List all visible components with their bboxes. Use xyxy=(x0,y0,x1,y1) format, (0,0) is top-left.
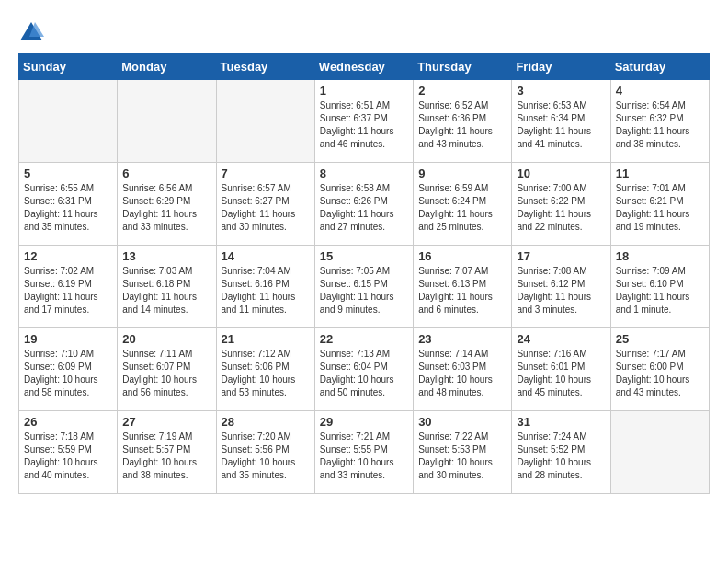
day-info: Sunrise: 6:58 AM Sunset: 6:26 PM Dayligh… xyxy=(320,182,408,234)
day-info: Sunrise: 7:18 AM Sunset: 5:59 PM Dayligh… xyxy=(24,431,112,482)
day-info: Sunrise: 7:16 AM Sunset: 6:01 PM Dayligh… xyxy=(517,348,605,399)
day-cell: 10Sunrise: 7:00 AM Sunset: 6:22 PM Dayli… xyxy=(512,163,610,246)
day-info: Sunrise: 7:08 AM Sunset: 6:12 PM Dayligh… xyxy=(517,265,605,316)
day-cell: 6Sunrise: 6:56 AM Sunset: 6:29 PM Daylig… xyxy=(118,163,216,246)
day-info: Sunrise: 7:10 AM Sunset: 6:09 PM Dayligh… xyxy=(24,348,112,399)
day-number: 4 xyxy=(616,84,704,98)
day-number: 16 xyxy=(418,249,506,263)
week-row-3: 12Sunrise: 7:02 AM Sunset: 6:19 PM Dayli… xyxy=(19,246,710,328)
day-cell: 3Sunrise: 6:53 AM Sunset: 6:34 PM Daylig… xyxy=(512,80,610,163)
weekday-header-tuesday: Tuesday xyxy=(216,54,314,80)
day-number: 10 xyxy=(517,167,605,180)
day-number: 6 xyxy=(122,167,210,180)
day-info: Sunrise: 7:00 AM Sunset: 6:22 PM Dayligh… xyxy=(517,182,605,234)
weekday-header-row: SundayMondayTuesdayWednesdayThursdayFrid… xyxy=(19,54,710,80)
day-cell: 14Sunrise: 7:04 AM Sunset: 6:16 PM Dayli… xyxy=(216,246,314,328)
day-cell: 30Sunrise: 7:22 AM Sunset: 5:53 PM Dayli… xyxy=(414,411,512,494)
day-number: 12 xyxy=(24,249,112,263)
day-cell: 28Sunrise: 7:20 AM Sunset: 5:56 PM Dayli… xyxy=(216,411,314,494)
day-number: 31 xyxy=(517,415,605,429)
day-info: Sunrise: 6:56 AM Sunset: 6:29 PM Dayligh… xyxy=(122,182,210,234)
calendar: SundayMondayTuesdayWednesdayThursdayFrid… xyxy=(18,53,710,494)
day-number: 3 xyxy=(517,84,605,98)
day-cell: 8Sunrise: 6:58 AM Sunset: 6:26 PM Daylig… xyxy=(314,163,413,246)
day-info: Sunrise: 6:55 AM Sunset: 6:31 PM Dayligh… xyxy=(24,182,112,234)
day-cell: 2Sunrise: 6:52 AM Sunset: 6:36 PM Daylig… xyxy=(414,80,512,163)
day-cell: 4Sunrise: 6:54 AM Sunset: 6:32 PM Daylig… xyxy=(610,80,709,163)
day-number: 26 xyxy=(24,415,112,429)
day-number: 20 xyxy=(122,332,210,346)
day-cell: 25Sunrise: 7:17 AM Sunset: 6:00 PM Dayli… xyxy=(610,328,709,411)
day-info: Sunrise: 6:54 AM Sunset: 6:32 PM Dayligh… xyxy=(616,99,704,151)
day-cell: 16Sunrise: 7:07 AM Sunset: 6:13 PM Dayli… xyxy=(414,246,512,328)
weekday-header-sunday: Sunday xyxy=(19,54,118,80)
day-cell: 22Sunrise: 7:13 AM Sunset: 6:04 PM Dayli… xyxy=(314,328,413,411)
week-row-4: 19Sunrise: 7:10 AM Sunset: 6:09 PM Dayli… xyxy=(19,328,710,411)
day-number: 24 xyxy=(517,332,605,346)
day-cell: 15Sunrise: 7:05 AM Sunset: 6:15 PM Dayli… xyxy=(314,246,413,328)
day-number: 29 xyxy=(320,415,408,429)
day-cell: 1Sunrise: 6:51 AM Sunset: 6:37 PM Daylig… xyxy=(314,80,413,163)
day-cell xyxy=(216,80,314,163)
day-cell: 27Sunrise: 7:19 AM Sunset: 5:57 PM Dayli… xyxy=(118,411,216,494)
day-cell: 24Sunrise: 7:16 AM Sunset: 6:01 PM Dayli… xyxy=(512,328,610,411)
weekday-header-thursday: Thursday xyxy=(414,54,512,80)
day-info: Sunrise: 7:01 AM Sunset: 6:21 PM Dayligh… xyxy=(616,182,704,234)
day-number: 7 xyxy=(222,167,310,180)
logo xyxy=(18,18,48,44)
day-number: 19 xyxy=(24,332,112,346)
day-info: Sunrise: 7:20 AM Sunset: 5:56 PM Dayligh… xyxy=(222,431,310,482)
day-cell: 31Sunrise: 7:24 AM Sunset: 5:52 PM Dayli… xyxy=(512,411,610,494)
day-info: Sunrise: 6:53 AM Sunset: 6:34 PM Dayligh… xyxy=(517,99,605,151)
day-cell: 12Sunrise: 7:02 AM Sunset: 6:19 PM Dayli… xyxy=(19,246,118,328)
day-info: Sunrise: 7:02 AM Sunset: 6:19 PM Dayligh… xyxy=(24,265,112,316)
day-number: 27 xyxy=(122,415,210,429)
day-cell: 9Sunrise: 6:59 AM Sunset: 6:24 PM Daylig… xyxy=(414,163,512,246)
day-number: 8 xyxy=(320,167,408,180)
day-info: Sunrise: 7:12 AM Sunset: 6:06 PM Dayligh… xyxy=(222,348,310,399)
day-cell: 29Sunrise: 7:21 AM Sunset: 5:55 PM Dayli… xyxy=(314,411,413,494)
day-cell: 5Sunrise: 6:55 AM Sunset: 6:31 PM Daylig… xyxy=(19,163,118,246)
day-number: 15 xyxy=(320,249,408,263)
day-cell: 20Sunrise: 7:11 AM Sunset: 6:07 PM Dayli… xyxy=(118,328,216,411)
day-number: 22 xyxy=(320,332,408,346)
day-cell xyxy=(19,80,118,163)
day-cell: 17Sunrise: 7:08 AM Sunset: 6:12 PM Dayli… xyxy=(512,246,610,328)
day-number: 17 xyxy=(517,249,605,263)
day-cell xyxy=(118,80,216,163)
day-number: 30 xyxy=(418,415,506,429)
day-number: 25 xyxy=(616,332,704,346)
day-number: 5 xyxy=(24,167,112,180)
day-info: Sunrise: 7:19 AM Sunset: 5:57 PM Dayligh… xyxy=(122,431,210,482)
day-cell: 21Sunrise: 7:12 AM Sunset: 6:06 PM Dayli… xyxy=(216,328,314,411)
day-number: 23 xyxy=(418,332,506,346)
day-info: Sunrise: 7:03 AM Sunset: 6:18 PM Dayligh… xyxy=(122,265,210,316)
day-info: Sunrise: 7:05 AM Sunset: 6:15 PM Dayligh… xyxy=(320,265,408,316)
logo-icon xyxy=(18,18,44,44)
day-info: Sunrise: 7:17 AM Sunset: 6:00 PM Dayligh… xyxy=(616,348,704,399)
day-info: Sunrise: 6:51 AM Sunset: 6:37 PM Dayligh… xyxy=(320,99,408,151)
day-number: 2 xyxy=(418,84,506,98)
day-cell: 13Sunrise: 7:03 AM Sunset: 6:18 PM Dayli… xyxy=(118,246,216,328)
day-number: 14 xyxy=(222,249,310,263)
day-number: 28 xyxy=(222,415,310,429)
week-row-5: 26Sunrise: 7:18 AM Sunset: 5:59 PM Dayli… xyxy=(19,411,710,494)
page-header xyxy=(18,18,710,44)
day-cell: 26Sunrise: 7:18 AM Sunset: 5:59 PM Dayli… xyxy=(19,411,118,494)
week-row-2: 5Sunrise: 6:55 AM Sunset: 6:31 PM Daylig… xyxy=(19,163,710,246)
day-cell: 23Sunrise: 7:14 AM Sunset: 6:03 PM Dayli… xyxy=(414,328,512,411)
weekday-header-wednesday: Wednesday xyxy=(314,54,413,80)
day-info: Sunrise: 6:57 AM Sunset: 6:27 PM Dayligh… xyxy=(222,182,310,234)
day-number: 1 xyxy=(320,84,408,98)
day-info: Sunrise: 7:24 AM Sunset: 5:52 PM Dayligh… xyxy=(517,431,605,482)
day-info: Sunrise: 7:07 AM Sunset: 6:13 PM Dayligh… xyxy=(418,265,506,316)
day-info: Sunrise: 7:09 AM Sunset: 6:10 PM Dayligh… xyxy=(616,265,704,316)
weekday-header-saturday: Saturday xyxy=(610,54,709,80)
day-cell: 19Sunrise: 7:10 AM Sunset: 6:09 PM Dayli… xyxy=(19,328,118,411)
day-number: 11 xyxy=(616,167,704,180)
day-number: 9 xyxy=(418,167,506,180)
day-info: Sunrise: 6:52 AM Sunset: 6:36 PM Dayligh… xyxy=(418,99,506,151)
week-row-1: 1Sunrise: 6:51 AM Sunset: 6:37 PM Daylig… xyxy=(19,80,710,163)
day-number: 13 xyxy=(122,249,210,263)
day-cell: 11Sunrise: 7:01 AM Sunset: 6:21 PM Dayli… xyxy=(610,163,709,246)
